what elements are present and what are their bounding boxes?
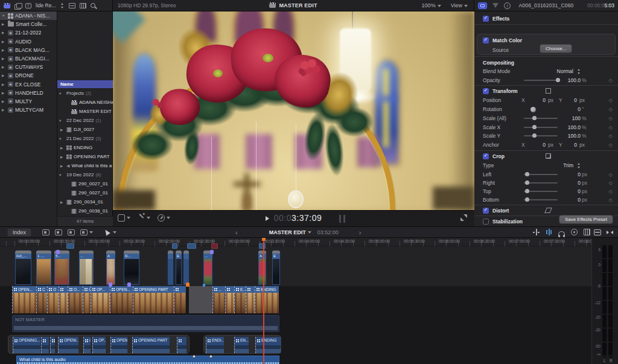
keyframe-diamond-icon[interactable]: ◇ bbox=[609, 197, 613, 203]
primary-storyline-clip[interactable]: OPEN... bbox=[12, 286, 36, 313]
timeline-project-title[interactable]: MASTER EDIT bbox=[269, 229, 306, 235]
storyline-clip[interactable] bbox=[41, 337, 49, 353]
slider-thumb[interactable] bbox=[532, 125, 537, 129]
audio-skimming-icon[interactable] bbox=[558, 231, 565, 236]
audio-clip-what-child[interactable]: What child is this audio bbox=[16, 356, 279, 364]
clip-marker[interactable] bbox=[186, 283, 190, 287]
connected-clip[interactable]: ... bbox=[79, 251, 94, 285]
crop-left-value[interactable]: 0 bbox=[540, 171, 581, 177]
sidebar-item[interactable]: ▶ DRONE bbox=[0, 71, 57, 80]
primary-storyline-clip[interactable] bbox=[174, 286, 186, 313]
scale-all-value[interactable]: 100 bbox=[540, 115, 581, 121]
disclosure-triangle-icon[interactable]: ▶ bbox=[2, 31, 6, 34]
browser-item[interactable]: 290_0027_01 bbox=[57, 188, 113, 197]
disclosure-triangle-icon[interactable]: ▶ bbox=[2, 91, 6, 95]
play-button[interactable] bbox=[266, 216, 269, 221]
disclosure-triangle-icon[interactable]: ▶ bbox=[2, 48, 6, 52]
storyline-clip[interactable]: ENDING bbox=[255, 337, 281, 353]
media-dropdown[interactable]: lide Re... bbox=[36, 2, 56, 8]
crop-checkbox[interactable] bbox=[483, 153, 489, 159]
tool-select-dropdown[interactable] bbox=[98, 229, 116, 235]
crop-top-value[interactable]: 0 bbox=[540, 188, 581, 194]
collapsed-clip[interactable] bbox=[187, 243, 196, 249]
fullscreen-icon[interactable] bbox=[460, 214, 467, 221]
transform-onscreen-icon[interactable] bbox=[546, 88, 551, 94]
timeline-pane[interactable]: 00:00:00:0000:00:30:0000:01:00:0000:01:3… bbox=[0, 238, 591, 364]
connect-edit-icon[interactable] bbox=[42, 229, 49, 235]
storyline-clip[interactable]: OPENING... bbox=[13, 337, 40, 353]
distort-onscreen-icon[interactable] bbox=[544, 208, 552, 213]
anchor-y-value[interactable]: 0 bbox=[561, 142, 577, 148]
primary-storyline-clip[interactable]: O bbox=[47, 286, 59, 313]
browser-item[interactable]: MASTER EDIT bbox=[57, 107, 113, 116]
filmstrip-view-icon[interactable] bbox=[80, 3, 86, 8]
anchor-x-value[interactable]: 0 bbox=[525, 142, 546, 148]
storyline-clip[interactable]: OPENI... bbox=[58, 337, 78, 353]
disclosure-triangle-icon[interactable]: ▶ bbox=[60, 128, 65, 132]
disclosure-triangle-icon[interactable]: ▼ bbox=[59, 119, 63, 123]
keyframe-diamond-icon[interactable]: ◇ bbox=[609, 172, 613, 177]
audio-clip-not-master[interactable]: NOT MASTER bbox=[12, 315, 279, 332]
primary-storyline-clip[interactable]: C bbox=[36, 286, 47, 313]
primary-storyline-clip[interactable] bbox=[246, 286, 255, 313]
disclosure-triangle-icon[interactable]: ▼ bbox=[59, 137, 63, 141]
connected-clip[interactable]: 5... bbox=[54, 251, 69, 285]
browser-name-column-header[interactable]: Name bbox=[57, 80, 113, 88]
viewer-zoom-dropdown[interactable]: 100% bbox=[422, 2, 441, 8]
connected-clip[interactable]: E bbox=[176, 251, 182, 285]
primary-storyline-clip[interactable]: ENDING bbox=[255, 286, 279, 313]
rotation-dial[interactable] bbox=[530, 107, 536, 112]
storyline-clip[interactable]: C bbox=[83, 337, 91, 353]
browser-item[interactable]: ▼ 19 Dec 2022 (8) bbox=[57, 170, 113, 179]
storyline-clip[interactable] bbox=[50, 337, 55, 353]
collapsed-clip[interactable] bbox=[211, 243, 218, 249]
sidebar-item[interactable]: ▶ BLACK MAG... bbox=[0, 46, 57, 54]
connected-clip[interactable]: A bbox=[106, 251, 115, 285]
disclosure-triangle-icon[interactable]: ▼ bbox=[59, 92, 63, 95]
connected-clip[interactable]: 1 .... bbox=[36, 251, 51, 285]
viewer-video-frame[interactable] bbox=[113, 11, 474, 210]
sidebar-item[interactable]: ▶ HANDHELD bbox=[0, 89, 57, 97]
slider-thumb[interactable] bbox=[525, 189, 529, 193]
crop-onscreen-icon[interactable] bbox=[546, 153, 551, 159]
storyline-clip[interactable]: OP... bbox=[92, 337, 106, 353]
transform-checkbox[interactable] bbox=[483, 88, 489, 94]
save-effects-preset-button[interactable]: Save Effects Preset bbox=[559, 215, 613, 224]
disclosure-triangle-icon[interactable]: ▶ bbox=[60, 155, 65, 159]
overwrite-edit-dropdown[interactable] bbox=[80, 229, 93, 235]
sidebar-item[interactable]: ▶ MULTYCAM bbox=[0, 106, 57, 114]
connected-clip[interactable]: A bbox=[258, 251, 266, 285]
storyline-clip[interactable]: EN... bbox=[234, 337, 249, 353]
fade-handle[interactable] bbox=[193, 355, 196, 358]
slider-thumb[interactable] bbox=[532, 133, 537, 138]
sidebar-item[interactable]: ▶ Smart Colle... bbox=[0, 20, 57, 28]
sidebar-item[interactable]: ▶ AUDIO bbox=[0, 37, 57, 46]
clip-marker[interactable] bbox=[109, 283, 112, 287]
sidebar-item[interactable]: ▶ EX CLOSE bbox=[0, 80, 57, 89]
connected-clip[interactable]: D... bbox=[124, 251, 139, 285]
scale-y-value[interactable]: 100.0 bbox=[540, 133, 581, 139]
collapsed-clip[interactable] bbox=[172, 243, 177, 249]
disclosure-triangle-icon[interactable]: ▶ bbox=[2, 108, 6, 112]
position-x-value[interactable]: 0 bbox=[525, 97, 546, 103]
browser-item[interactable]: ▼ 22 Dec 2022 (1) bbox=[57, 116, 113, 125]
sidebar-item[interactable]: ▶ MULTY bbox=[0, 97, 57, 106]
slider-thumb[interactable] bbox=[525, 172, 529, 176]
timeline-forward-button[interactable]: › bbox=[359, 229, 362, 236]
browser-item[interactable]: ADANA NEISHA bbox=[57, 98, 113, 107]
photos-audio-icon[interactable] bbox=[14, 3, 21, 8]
browser-item[interactable]: ▶ What child is this a bbox=[57, 161, 113, 170]
browser-item[interactable]: ▶ 290_0034_01 bbox=[57, 197, 113, 206]
browser-layout-icon[interactable] bbox=[69, 3, 75, 8]
rotation-value[interactable]: 0 bbox=[540, 106, 581, 112]
snapping-icon[interactable] bbox=[533, 229, 540, 235]
keyframe-diamond-icon[interactable]: ◇ bbox=[609, 107, 613, 112]
primary-storyline-clip[interactable]: O... bbox=[68, 286, 83, 313]
primary-storyline-clip[interactable] bbox=[225, 286, 234, 313]
disclosure-triangle-icon[interactable]: ▼ bbox=[59, 173, 63, 177]
crop-bottom-value[interactable]: 0 bbox=[540, 197, 581, 203]
primary-storyline-clip[interactable]: OP... bbox=[91, 286, 110, 313]
storyline-clip[interactable] bbox=[177, 337, 186, 353]
keyframe-diamond-icon[interactable]: ◇ bbox=[609, 189, 613, 194]
effects-checkbox[interactable] bbox=[483, 16, 489, 22]
